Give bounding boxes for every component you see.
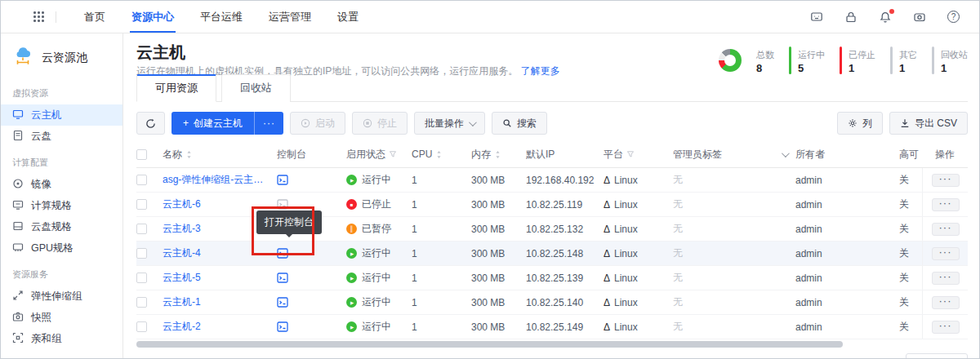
- table-row: asg-弹性伸缩组-云主机-1e2fc 运行中 1 300 MB 192.168…: [136, 168, 968, 193]
- sidebar-item-image[interactable]: 镜像: [1, 174, 122, 195]
- row-actions-button[interactable]: ···: [932, 321, 960, 334]
- host-name-link[interactable]: 云主机-5: [163, 271, 206, 285]
- column-admin-tag[interactable]: 管理员标签: [673, 148, 795, 162]
- tab-recycle-bin[interactable]: 回收站: [221, 74, 291, 102]
- linux-icon: Δ: [604, 273, 610, 284]
- sidebar-item-disk-spec[interactable]: 云盘规格: [1, 216, 122, 237]
- row-select-cell: [136, 199, 163, 210]
- host-name-link[interactable]: asg-弹性伸缩组-云主机-1e2fc: [163, 173, 277, 187]
- filter-icon[interactable]: [626, 150, 635, 158]
- sidebar-item-snapshot[interactable]: 快照: [1, 307, 122, 328]
- host-name-link[interactable]: 云主机-4: [163, 246, 206, 260]
- learn-more-link[interactable]: 了解更多: [521, 65, 560, 77]
- host-name-link[interactable]: 云主机-2: [163, 320, 206, 334]
- ha-cell: 关: [899, 173, 922, 187]
- lock-icon[interactable]: [844, 11, 858, 24]
- sidebar-item-affinity-group[interactable]: 亲和组: [1, 328, 122, 349]
- column-status[interactable]: 启用状态: [346, 148, 412, 162]
- tab-available-resources[interactable]: 可用资源: [136, 74, 216, 102]
- row-checkbox[interactable]: [136, 224, 147, 234]
- sidebar-item-gpu-spec[interactable]: GPU规格: [1, 237, 122, 259]
- console-icon[interactable]: [277, 175, 288, 185]
- row-checkbox[interactable]: [136, 199, 147, 210]
- row-checkbox[interactable]: [136, 273, 147, 283]
- column-name[interactable]: 名称: [163, 148, 277, 162]
- nav-item-operation-mgmt[interactable]: 运营管理: [256, 1, 324, 33]
- nav-item-home[interactable]: 首页: [71, 1, 118, 33]
- row-actions-button[interactable]: ···: [932, 272, 960, 285]
- row-actions-button[interactable]: ···: [932, 198, 960, 211]
- select-all-checkbox[interactable]: [136, 149, 147, 160]
- row-actions-button[interactable]: ···: [932, 174, 960, 187]
- row-checkbox[interactable]: [136, 175, 147, 185]
- create-host-button[interactable]: + 创建云主机: [172, 112, 254, 135]
- row-actions-button[interactable]: ···: [932, 247, 960, 260]
- row-checkbox[interactable]: [136, 297, 147, 308]
- console-icon[interactable]: [277, 321, 288, 332]
- search-icon: [502, 118, 512, 128]
- platform-text: Linux: [614, 199, 638, 211]
- row-actions-button[interactable]: ···: [932, 296, 960, 309]
- search-button[interactable]: 搜索: [492, 112, 547, 135]
- column-platform[interactable]: 平台: [604, 148, 673, 162]
- sidebar-item-cloud-disk[interactable]: 云盘: [1, 126, 122, 147]
- page-size-select[interactable]: 10 条/页: [906, 353, 968, 359]
- column-memory[interactable]: 内存: [471, 148, 526, 162]
- message-icon[interactable]: [810, 11, 823, 24]
- apps-grid-icon[interactable]: [33, 11, 44, 22]
- stat-color-bar: [932, 47, 934, 74]
- create-more-dropdown[interactable]: ···: [254, 112, 283, 135]
- row-checkbox[interactable]: [136, 248, 147, 259]
- stat-label: 已停止: [849, 50, 875, 60]
- scrollbar-thumb[interactable]: [136, 341, 843, 348]
- export-csv-button[interactable]: 导出 CSV: [889, 112, 968, 135]
- sort-icon[interactable]: [185, 150, 193, 159]
- stop-button[interactable]: 停止: [352, 112, 408, 135]
- admin-tag-cell: 无: [673, 173, 795, 187]
- cpu-cell: 1: [412, 224, 471, 235]
- search-label: 搜索: [517, 117, 537, 131]
- ha-cell: 关: [899, 222, 922, 236]
- section-label-services: 资源服务: [1, 259, 122, 286]
- help-icon[interactable]: ?: [947, 11, 960, 23]
- start-button[interactable]: 启动: [290, 112, 345, 135]
- sidebar-item-cloud-host[interactable]: 云主机: [1, 104, 122, 126]
- nav-item-settings[interactable]: 设置: [324, 1, 372, 33]
- chevron-down-icon[interactable]: [782, 149, 790, 157]
- disk-icon: [12, 130, 24, 144]
- stat-value: 1: [899, 62, 917, 74]
- row-actions-button[interactable]: ···: [932, 223, 960, 236]
- pool-title: 云资源池: [42, 51, 87, 65]
- stat-label: 回收站: [941, 50, 968, 60]
- nav-item-platform-ops[interactable]: 平台运维: [187, 1, 256, 33]
- console-icon[interactable]: [277, 297, 288, 308]
- sort-icon[interactable]: [435, 150, 443, 159]
- sidebar-item-label: 快照: [31, 311, 51, 325]
- host-name-link[interactable]: 云主机-3: [163, 222, 206, 236]
- affinity-icon: [12, 332, 24, 346]
- console-icon[interactable]: [277, 199, 288, 210]
- resource-pool-selector[interactable]: 云资源池: [1, 42, 122, 78]
- refresh-button[interactable]: [136, 112, 165, 135]
- nav-item-resource-center[interactable]: 资源中心: [118, 1, 187, 33]
- host-name-link[interactable]: 云主机-1: [163, 295, 206, 309]
- memory-cell: 300 MB: [471, 248, 526, 259]
- host-stats: 总数8 运行中5 已停止1 其它1: [719, 42, 968, 74]
- bell-icon[interactable]: [879, 11, 892, 24]
- sort-icon[interactable]: [494, 150, 501, 159]
- sidebar-item-compute-spec[interactable]: 计算规格: [1, 195, 122, 216]
- columns-button[interactable]: 列: [837, 112, 883, 135]
- host-name-link[interactable]: 云主机-6: [163, 197, 206, 211]
- filter-icon[interactable]: [389, 150, 397, 158]
- batch-actions-button[interactable]: 批量操作: [414, 112, 485, 135]
- console-icon[interactable]: [277, 248, 288, 259]
- row-checkbox[interactable]: [136, 321, 147, 332]
- sidebar-item-autoscaling-group[interactable]: 弹性伸缩组: [1, 286, 122, 307]
- row-select-cell: [136, 297, 163, 308]
- linux-icon: Δ: [604, 224, 610, 235]
- console-icon[interactable]: [277, 273, 288, 283]
- camera-icon[interactable]: [913, 11, 926, 24]
- autoscale-icon: [12, 290, 24, 304]
- admin-tag-cell: 无: [673, 295, 795, 309]
- column-cpu[interactable]: CPU: [412, 148, 471, 160]
